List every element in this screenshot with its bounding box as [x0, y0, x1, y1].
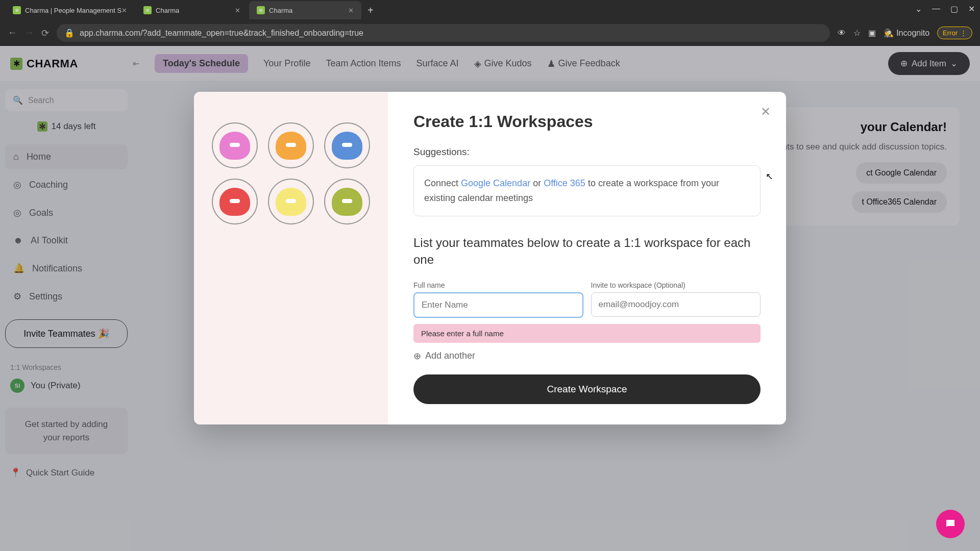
reload-button[interactable]: ⟳ — [41, 28, 49, 39]
tab-favicon: ✱ — [257, 6, 265, 14]
star-icon[interactable]: ☆ — [853, 28, 861, 38]
incognito-badge[interactable]: 🕵 Incognito — [884, 28, 929, 38]
back-button[interactable]: ← — [8, 28, 17, 38]
google-calendar-link[interactable]: Google Calendar — [461, 178, 530, 188]
chat-icon — [944, 518, 957, 530]
forward-button[interactable]: → — [24, 28, 34, 38]
blob-avatar-pink — [212, 122, 258, 168]
minimize-icon[interactable]: — — [932, 4, 940, 14]
close-tab-icon[interactable]: ✕ — [348, 7, 354, 14]
close-modal-button[interactable]: ✕ — [761, 105, 771, 119]
url-text: app.charma.com/?add_teammate_open=true&t… — [80, 29, 363, 38]
full-name-label: Full name — [413, 281, 583, 289]
modal-title: Create 1:1 Workspaces — [413, 112, 761, 131]
blob-avatar-green — [324, 179, 370, 224]
blob-avatar-yellow — [268, 179, 314, 224]
create-workspaces-modal: ✕ Create 1:1 Workspaces Suggestions: Con… — [194, 92, 786, 424]
browser-tab[interactable]: ✱ Charma | People Management S ✕ — [5, 1, 135, 19]
invite-email-input[interactable] — [591, 292, 761, 317]
full-name-input[interactable] — [413, 292, 583, 318]
eye-off-icon[interactable]: 👁 — [838, 29, 846, 38]
error-message: Please enter a full name — [413, 324, 761, 343]
tab-title: Charma | People Management S — [25, 7, 121, 14]
blob-avatar-red — [212, 179, 258, 224]
blob-avatar-orange — [268, 122, 314, 168]
extension-icon[interactable]: ▣ — [868, 28, 876, 38]
address-bar[interactable]: 🔒 app.charma.com/?add_teammate_open=true… — [57, 24, 830, 42]
plus-circle-icon: ⊕ — [413, 350, 421, 362]
new-tab-button[interactable]: + — [362, 5, 379, 16]
chat-bubble-button[interactable] — [936, 510, 965, 538]
error-button[interactable]: Error ⋮ — [937, 27, 972, 39]
browser-tab[interactable]: ✱ Charma ✕ — [136, 1, 248, 19]
chevron-down-icon[interactable]: ⌄ — [915, 4, 922, 14]
maximize-icon[interactable]: ▢ — [950, 4, 958, 14]
tab-favicon: ✱ — [143, 6, 152, 14]
menu-icon: ⋮ — [960, 29, 967, 37]
tab-title: Charma — [156, 7, 179, 14]
modal-illustration-panel — [194, 92, 388, 424]
close-window-icon[interactable]: ✕ — [968, 4, 975, 14]
incognito-icon: 🕵 — [884, 28, 894, 38]
browser-tab-active[interactable]: ✱ Charma ✕ — [249, 1, 361, 19]
close-tab-icon[interactable]: ✕ — [121, 7, 127, 14]
close-tab-icon[interactable]: ✕ — [235, 7, 240, 14]
tab-favicon: ✱ — [13, 6, 21, 14]
office365-link[interactable]: Office 365 — [544, 178, 585, 188]
blob-avatar-blue — [324, 122, 370, 168]
list-teammates-heading: List your teammates below to create a 1:… — [413, 234, 761, 268]
tab-title: Charma — [269, 7, 292, 14]
create-workspace-button[interactable]: Create Workspace — [413, 374, 761, 404]
lock-icon: 🔒 — [64, 28, 75, 38]
add-another-button[interactable]: ⊕ Add another — [413, 350, 761, 362]
suggestion-box: Connect Google Calendar or Office 365 to… — [413, 165, 761, 216]
suggestions-label: Suggestions: — [413, 146, 761, 158]
invite-label: Invite to workspace (Optional) — [591, 281, 761, 289]
